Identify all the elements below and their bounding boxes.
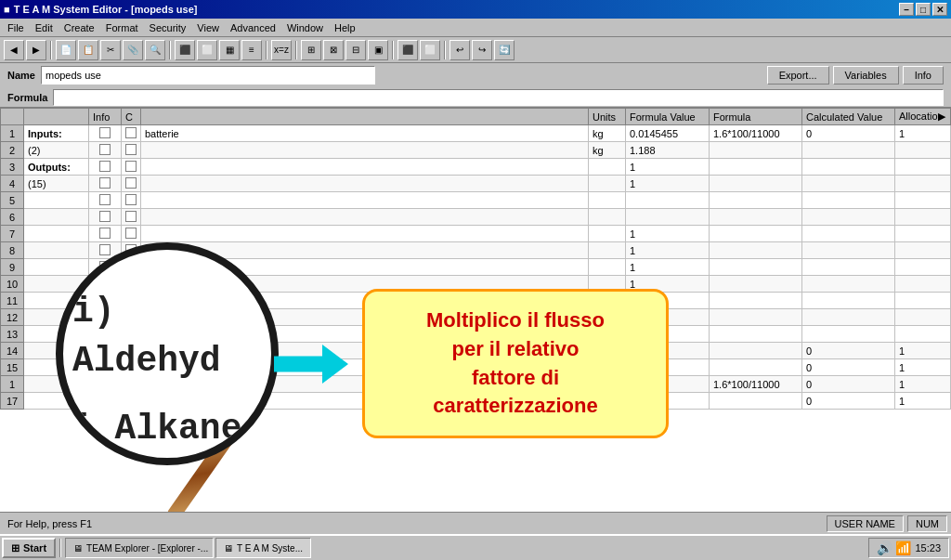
export-button[interactable]: Export... bbox=[767, 66, 829, 85]
toolbar-btn-12[interactable]: x=z bbox=[271, 40, 292, 60]
table-container[interactable]: Info C Units Formula Value Formula Calcu… bbox=[0, 108, 951, 512]
cell-info[interactable] bbox=[89, 192, 122, 209]
info-checkbox[interactable] bbox=[99, 345, 111, 356]
toolbar-btn-18[interactable]: ⬜ bbox=[420, 40, 440, 60]
toolbar-btn-4[interactable]: 📋 bbox=[78, 40, 98, 60]
menu-window[interactable]: Window bbox=[281, 20, 329, 35]
cell-check[interactable] bbox=[122, 192, 141, 209]
info-checkbox[interactable] bbox=[99, 378, 111, 389]
cell-check[interactable] bbox=[122, 293, 141, 309]
toolbar-btn-3[interactable]: 📄 bbox=[56, 40, 76, 60]
cell-check[interactable]: ☑ bbox=[122, 393, 141, 410]
cell-check[interactable] bbox=[122, 359, 141, 376]
cell-info[interactable] bbox=[89, 309, 122, 326]
cell-info[interactable] bbox=[89, 359, 122, 376]
menu-security[interactable]: Security bbox=[144, 20, 192, 35]
toolbar-btn-15[interactable]: ⊟ bbox=[345, 40, 366, 60]
name-input[interactable] bbox=[41, 66, 375, 85]
cell-check[interactable] bbox=[122, 209, 141, 226]
check-checkbox[interactable] bbox=[125, 261, 137, 272]
toolbar-btn-1[interactable]: ◀ bbox=[4, 40, 24, 60]
toolbar-btn-6[interactable]: 📎 bbox=[123, 40, 143, 60]
taskbar-item-1[interactable]: 🖥 TEAM Explorer - [Explorer -... bbox=[65, 538, 214, 558]
info-checkbox[interactable] bbox=[99, 127, 111, 138]
check-checkbox[interactable] bbox=[125, 228, 137, 239]
menu-help[interactable]: Help bbox=[329, 20, 361, 35]
cell-check[interactable] bbox=[122, 142, 141, 159]
start-button[interactable]: ⊞ Start bbox=[2, 538, 56, 558]
check-checkbox[interactable] bbox=[125, 144, 137, 155]
menu-view[interactable]: View bbox=[191, 20, 225, 35]
check-checkbox[interactable]: ☑ bbox=[125, 379, 137, 390]
info-checkbox[interactable] bbox=[99, 211, 111, 222]
cell-check[interactable] bbox=[122, 309, 141, 326]
cell-check[interactable] bbox=[122, 226, 141, 242]
cell-info[interactable] bbox=[89, 376, 122, 393]
cell-check[interactable] bbox=[122, 259, 141, 276]
cell-info[interactable] bbox=[89, 242, 122, 259]
check-checkbox[interactable] bbox=[125, 244, 137, 255]
toolbar-btn-11[interactable]: ≡ bbox=[241, 40, 262, 60]
info-checkbox[interactable] bbox=[99, 328, 111, 339]
info-button[interactable]: Info bbox=[903, 66, 944, 85]
info-checkbox[interactable] bbox=[99, 177, 111, 189]
info-checkbox[interactable] bbox=[99, 144, 111, 155]
cell-info[interactable] bbox=[89, 226, 122, 242]
info-checkbox[interactable] bbox=[99, 161, 111, 172]
toolbar-btn-20[interactable]: ↪ bbox=[472, 40, 492, 60]
cell-info[interactable] bbox=[89, 326, 122, 343]
toolbar-btn-10[interactable]: ▦ bbox=[219, 40, 240, 60]
menu-format[interactable]: Format bbox=[100, 20, 144, 35]
check-checkbox[interactable] bbox=[125, 361, 137, 372]
info-checkbox[interactable] bbox=[99, 311, 111, 322]
menu-create[interactable]: Create bbox=[59, 20, 100, 35]
toolbar-btn-14[interactable]: ⊠ bbox=[323, 40, 344, 60]
menu-file[interactable]: File bbox=[2, 20, 30, 35]
toolbar-btn-2[interactable]: ▶ bbox=[26, 40, 46, 60]
cell-info[interactable] bbox=[89, 159, 122, 176]
check-checkbox[interactable] bbox=[125, 345, 137, 356]
cell-info[interactable] bbox=[89, 209, 122, 226]
check-checkbox[interactable] bbox=[125, 177, 137, 189]
maximize-button[interactable]: □ bbox=[916, 3, 931, 16]
cell-info[interactable] bbox=[89, 176, 122, 192]
cell-check[interactable] bbox=[122, 242, 141, 259]
info-checkbox[interactable] bbox=[99, 228, 111, 239]
info-checkbox[interactable] bbox=[99, 395, 111, 406]
check-checkbox[interactable] bbox=[125, 328, 137, 339]
toolbar-btn-8[interactable]: ⬛ bbox=[175, 40, 195, 60]
info-checkbox[interactable] bbox=[99, 261, 111, 272]
cell-info[interactable] bbox=[89, 276, 122, 293]
formula-input[interactable] bbox=[53, 89, 944, 106]
cell-check[interactable] bbox=[122, 326, 141, 343]
info-checkbox[interactable] bbox=[99, 294, 111, 306]
cell-check[interactable] bbox=[122, 159, 141, 176]
cell-check[interactable]: ☑ bbox=[122, 376, 141, 393]
cell-info[interactable] bbox=[89, 393, 122, 410]
check-checkbox[interactable] bbox=[125, 311, 137, 322]
check-checkbox[interactable] bbox=[125, 294, 137, 306]
minimize-button[interactable]: – bbox=[899, 3, 914, 16]
variables-button[interactable]: Variables bbox=[833, 66, 899, 85]
check-checkbox[interactable] bbox=[125, 278, 137, 289]
cell-info[interactable] bbox=[89, 259, 122, 276]
info-checkbox[interactable] bbox=[99, 194, 111, 205]
cell-check[interactable] bbox=[122, 276, 141, 293]
cell-info[interactable] bbox=[89, 125, 122, 142]
taskbar-item-2[interactable]: 🖥 T E A M Syste... bbox=[215, 538, 311, 558]
info-checkbox[interactable] bbox=[99, 244, 111, 255]
toolbar-btn-5[interactable]: ✂ bbox=[100, 40, 121, 60]
check-checkbox[interactable] bbox=[125, 194, 137, 205]
cell-info[interactable] bbox=[89, 343, 122, 359]
check-checkbox[interactable]: ☑ bbox=[125, 396, 137, 407]
toolbar-btn-21[interactable]: 🔄 bbox=[494, 40, 515, 60]
check-checkbox[interactable] bbox=[125, 211, 137, 222]
toolbar-btn-7[interactable]: 🔍 bbox=[145, 40, 165, 60]
toolbar-btn-13[interactable]: ⊞ bbox=[301, 40, 321, 60]
cell-check[interactable] bbox=[122, 343, 141, 359]
toolbar-btn-9[interactable]: ⬜ bbox=[197, 40, 217, 60]
cell-check[interactable] bbox=[122, 176, 141, 192]
check-checkbox[interactable] bbox=[125, 161, 137, 172]
cell-info[interactable] bbox=[89, 142, 122, 159]
info-checkbox[interactable] bbox=[99, 278, 111, 289]
